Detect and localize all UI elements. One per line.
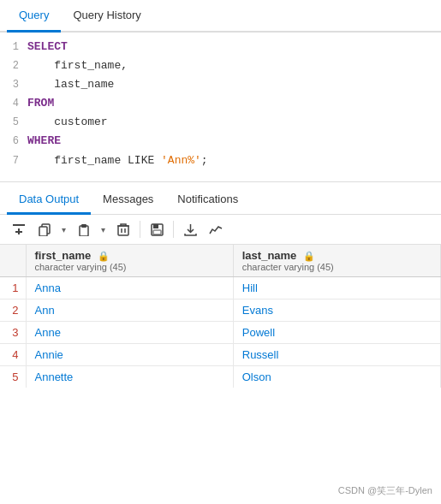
row-number: 5: [0, 366, 26, 388]
bottom-tabs: Data Output Messages Notifications: [0, 186, 441, 215]
chart-button[interactable]: [204, 218, 228, 240]
line-number: 3: [0, 76, 27, 93]
tab-messages[interactable]: Messages: [91, 186, 165, 215]
line-number: 2: [0, 57, 27, 74]
save-button[interactable]: [145, 218, 169, 240]
sql-line-7: 7 first_name LIKE 'Ann%';: [0, 151, 441, 170]
paste-dropdown-button[interactable]: ▾: [96, 218, 110, 240]
cell-first-name[interactable]: Anna: [26, 277, 233, 299]
cell-last-name[interactable]: Powell: [233, 322, 440, 344]
sql-line-5: 5 customer: [0, 113, 441, 132]
first-name-header: first_name 🔒 character varying (45): [26, 245, 233, 277]
svg-rect-4: [39, 227, 47, 236]
toolbar-separator-2: [173, 221, 174, 238]
watermark: CSDN @笑三年-Dylen: [338, 484, 432, 497]
svg-rect-10: [153, 230, 161, 234]
svg-rect-7: [118, 226, 128, 235]
table-row: 1 Anna Hill: [0, 277, 441, 299]
sql-field: last_name: [27, 75, 114, 94]
sql-field: first_name,: [27, 56, 128, 75]
sql-line-1: 1 SELECT: [0, 38, 441, 56]
top-tabs: Query Query History: [0, 0, 441, 33]
line-number: 7: [0, 152, 27, 169]
sql-operator: LIKE: [128, 154, 161, 167]
svg-rect-2: [15, 231, 22, 233]
sql-line-4: 4 FROM: [0, 94, 441, 113]
copy-group: ▾: [33, 218, 70, 240]
cell-last-name[interactable]: Hill: [233, 277, 440, 299]
sql-semicolon: ;: [201, 154, 208, 167]
sql-line-3: 3 last_name: [0, 75, 441, 94]
toolbar: ▾ ▾: [0, 215, 441, 245]
cell-first-name[interactable]: Anne: [26, 322, 233, 344]
row-number: 4: [0, 344, 26, 366]
line-number: 4: [0, 95, 27, 112]
sql-editor[interactable]: 1 SELECT 2 first_name, 3 last_name 4 FRO…: [0, 33, 441, 182]
line-number: 6: [0, 133, 27, 150]
cell-last-name[interactable]: Olson: [233, 366, 440, 388]
copy-dropdown-button[interactable]: ▾: [57, 218, 70, 240]
tab-data-output[interactable]: Data Output: [7, 186, 91, 215]
line-number: 5: [0, 114, 27, 131]
table-row: 4 Annie Russell: [0, 344, 441, 366]
tab-query-history[interactable]: Query History: [61, 0, 152, 33]
svg-rect-0: [13, 224, 25, 226]
row-num-header: [0, 245, 26, 277]
row-number: 1: [0, 277, 26, 299]
paste-button[interactable]: [72, 218, 96, 240]
tab-notifications[interactable]: Notifications: [165, 186, 250, 215]
add-row-group: [7, 218, 31, 240]
last-name-header: last_name 🔒 character varying (45): [233, 245, 440, 277]
row-number: 2: [0, 299, 26, 322]
table-row: 2 Ann Evans: [0, 299, 441, 322]
sql-keyword: FROM: [27, 94, 54, 113]
svg-rect-9: [153, 224, 158, 228]
cell-last-name[interactable]: Evans: [233, 299, 440, 322]
add-row-button[interactable]: [7, 218, 31, 240]
table-header-row: first_name 🔒 character varying (45) last…: [0, 245, 441, 277]
cell-last-name[interactable]: Russell: [233, 344, 440, 366]
results-table: first_name 🔒 character varying (45) last…: [0, 245, 441, 388]
toolbar-separator: [140, 221, 140, 238]
cell-first-name[interactable]: Annie: [26, 344, 233, 366]
copy-button[interactable]: [33, 218, 57, 240]
cell-first-name[interactable]: Annette: [26, 366, 233, 388]
sql-line-6: 6 WHERE: [0, 132, 441, 151]
sql-line-2: 2 first_name,: [0, 56, 441, 75]
tab-query[interactable]: Query: [7, 0, 61, 33]
sql-field: first_name: [27, 154, 128, 167]
row-number: 3: [0, 322, 26, 344]
cell-first-name[interactable]: Ann: [26, 299, 233, 322]
sql-string: 'Ann%': [161, 154, 201, 167]
table-row: 3 Anne Powell: [0, 322, 441, 344]
svg-rect-6: [81, 224, 86, 228]
sql-keyword: WHERE: [27, 132, 61, 151]
line-number: 1: [0, 39, 27, 56]
delete-button[interactable]: [111, 218, 135, 240]
sql-field: customer: [27, 113, 108, 132]
sql-keyword: SELECT: [27, 38, 68, 56]
table-row: 5 Annette Olson: [0, 366, 441, 388]
paste-group: ▾: [72, 218, 110, 240]
data-output-panel: first_name 🔒 character varying (45) last…: [0, 245, 441, 388]
download-button[interactable]: [178, 218, 202, 240]
